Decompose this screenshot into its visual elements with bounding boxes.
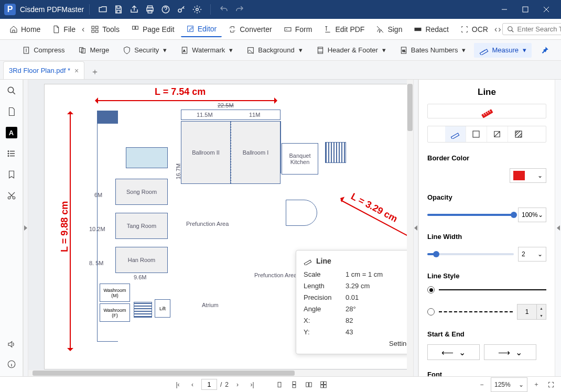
sub-bates[interactable]: 01Bates Numbers▾ [394,43,471,57]
page-number-input[interactable] [201,379,217,390]
page-total: 2 [225,381,229,388]
key-icon[interactable] [177,5,186,14]
close-button[interactable] [536,2,557,17]
redo-icon[interactable] [235,5,244,14]
fullscreen-button[interactable] [545,379,557,390]
nav-page-edit[interactable]: Page Edit [126,22,180,37]
panel-title: Line [427,87,546,97]
sub-measure[interactable]: Measure▾ [474,43,532,58]
vertical-scrollbar[interactable] [407,80,413,376]
view-single-icon[interactable] [274,379,285,390]
sub-header-footer[interactable]: Header & Footer▾ [311,43,391,57]
undo-icon[interactable] [219,5,229,14]
nav-sign[interactable]: Sign [371,22,407,37]
tab-document[interactable]: 3Rd Floor Plan.pdf * × [3,61,84,79]
open-icon[interactable] [98,5,107,14]
nav-tools[interactable]: Tools [85,22,125,37]
nav-ocr[interactable]: OCR [455,22,493,37]
rail-page-icon[interactable] [6,106,17,117]
room-han: Han Room [115,247,168,273]
nav-form[interactable]: Form [278,22,318,37]
help-icon[interactable] [161,5,170,14]
last-page-button[interactable]: ›| [246,379,258,390]
nav-edit-pdf[interactable]: Edit PDF [318,22,370,37]
rail-text-icon[interactable]: A [6,127,17,138]
zoom-out-button[interactable]: − [476,379,488,390]
search-input[interactable] [517,25,561,33]
svg-rect-15 [136,26,138,29]
opacity-slider[interactable] [427,214,514,216]
toolbar-scroll-left[interactable]: ‹ [494,24,497,35]
view-facing-cont-icon[interactable] [318,379,329,390]
sub-watermark[interactable]: AWatermark▾ [175,43,238,57]
rail-cut-icon[interactable] [6,190,17,201]
pin-button[interactable] [535,42,555,58]
settings-icon[interactable] [192,5,202,14]
linestyle-solid-radio[interactable] [427,286,435,293]
measure-top-label: L = 7.54 cm [155,86,206,97]
nav-home[interactable]: Home [4,22,46,37]
popup-settings-link[interactable]: Settings [304,340,413,347]
first-page-button[interactable]: |‹ [172,379,184,390]
tool-perimeter[interactable] [466,126,487,142]
svg-rect-22 [82,48,85,53]
minimize-button[interactable] [494,2,515,17]
right-splitter[interactable] [413,80,418,376]
nav-editor[interactable]: Editor [181,21,222,37]
svg-rect-7 [523,7,528,12]
rail-bookmark-icon[interactable] [6,169,17,180]
svg-rect-18 [415,28,421,30]
svg-rect-56 [321,382,323,384]
dim-6m: 6M [94,192,102,198]
toolbar-scroll-right[interactable]: › [498,24,501,35]
start-cap-select[interactable]: ⟵⌄ [427,344,480,360]
sub-background[interactable]: Background▾ [241,43,307,57]
rail-sound-icon[interactable] [6,339,17,350]
tab-add-button[interactable]: ＋ [88,64,102,79]
svg-point-36 [8,151,9,152]
measure-top-arrow [97,100,275,101]
border-color-picker[interactable]: ⌄ [510,168,546,183]
view-facing-icon[interactable] [303,379,315,390]
maximize-button[interactable] [515,2,536,17]
tab-close-icon[interactable]: × [74,67,79,75]
tool-area-hatch[interactable] [508,126,529,142]
rail-info-icon[interactable] [6,358,17,370]
room-lift: Lift [155,299,170,318]
horizontal-scrollbar[interactable] [28,370,407,376]
right-collapse[interactable] [555,80,561,376]
nav-file[interactable]: File [47,22,81,37]
sub-security[interactable]: Security▾ [117,43,172,57]
rail-search-icon[interactable] [6,85,17,96]
zoom-select[interactable]: 125%⌄ [491,377,527,392]
left-splitter[interactable] [23,80,28,376]
nav-redact[interactable]: Redact [408,22,454,37]
opacity-value[interactable]: 100%⌄ [518,208,546,222]
zoom-in-button[interactable]: ＋ [531,379,542,390]
linestyle-dash-spin[interactable]: 1▲▼ [517,304,546,320]
document-canvas[interactable]: L = 7.54 cm L = 9.88 cm L = 3.29 cm 22.5… [28,80,413,376]
print-icon[interactable] [145,5,155,14]
properties-panel: Line Border Color ⌄ Opacity 100%⌄ Line W… [418,80,555,376]
label-font: Font [427,371,546,376]
linewidth-value[interactable]: 2⌄ [518,247,546,262]
share-icon[interactable] [130,5,139,14]
next-page-button[interactable]: › [232,379,243,390]
rail-list-icon[interactable] [6,148,17,159]
prev-page-button[interactable]: ‹ [187,379,198,390]
nav-converter[interactable]: Converter [223,22,277,37]
linestyle-dash-radio[interactable] [427,308,435,315]
linewidth-slider[interactable] [427,253,514,255]
svg-rect-55 [309,382,312,386]
save-icon[interactable] [114,5,123,14]
tool-distance[interactable] [445,126,466,142]
view-continuous-icon[interactable] [288,379,300,390]
end-cap-select[interactable]: ⟶⌄ [484,344,536,360]
search-box[interactable] [502,23,561,35]
toolbar-prev[interactable]: ‹ [82,24,84,35]
dim-16m: 16.7M [175,164,181,180]
tool-area[interactable] [487,126,508,142]
svg-point-32 [8,87,14,93]
sub-compress[interactable]: Compress [17,43,70,57]
sub-merge[interactable]: Merge [73,43,114,57]
